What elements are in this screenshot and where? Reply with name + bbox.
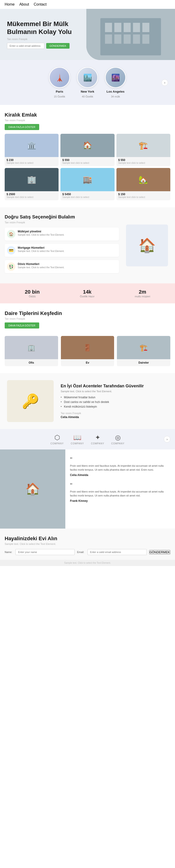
nav-link-contact[interactable]: Contact [34, 2, 47, 6]
city-item-newyork: 🏙️ New York 40 Özellik [77, 67, 98, 98]
service-title-1: Mortgage Hizmetleri [18, 246, 65, 249]
logo-label-2: COMPANY [91, 442, 104, 445]
property-price-4: $ 5450 [62, 193, 112, 196]
property-sample-4: Sample text click to select [62, 196, 112, 198]
hand-house-image: 🏠 [126, 224, 168, 267]
hero-send-button[interactable]: GÖNDERMEK [46, 43, 70, 49]
property-card-2[interactable]: 🏗️ $ 550 Sample text click to select [117, 134, 170, 166]
quote-mark-1: " [70, 482, 170, 489]
testimonial-name-0: Celia Almeida [70, 473, 170, 477]
svg-rect-7 [105, 34, 112, 44]
property-card-0[interactable]: 🏛️ $ 230 Sample text click to select [5, 134, 58, 166]
service-title-0: Mülkiyet yönetimi [18, 230, 65, 233]
hero-email-row: GÖNDERMEK [7, 43, 82, 49]
service-icon-1: 💳 [7, 246, 16, 254]
property-price-1: $ 550 [62, 158, 112, 162]
property-info-5: $ 150 Sample text click to select [117, 191, 170, 200]
cities-next-arrow[interactable]: › [161, 79, 168, 86]
apt-card-apartments[interactable]: 🏗️ Daireler [117, 336, 170, 366]
property-sample-5: Sample text click to select [118, 196, 169, 198]
logo-label-0: COMPANY [50, 442, 64, 445]
stat-label-properties: Özellik Hazır [80, 295, 95, 298]
rental-title: Kiralık Emlak [5, 112, 170, 118]
property-card-5[interactable]: 🏡 $ 150 Sample text click to select [117, 168, 170, 200]
stat-label-awards: Ödülü [25, 295, 40, 298]
dream-email-input[interactable] [88, 549, 147, 555]
city-image-losangeles: 🌆 [106, 68, 125, 87]
apt-image-home: 🚪 [61, 336, 114, 359]
apt-card-office[interactable]: 🏢 Ofis [5, 336, 58, 366]
hero-content: Mükemmel Bir Mülk Bulmanın Kolay Yolu Ta… [7, 20, 82, 49]
service-text-0: Mülkiyet yönetimi Sample text. Click to … [18, 230, 65, 236]
agents-content: En İyi Özel Acenteler Tarafından Güvenil… [61, 384, 170, 419]
property-info-4: $ 5450 Sample text click to select [60, 191, 114, 200]
apt-label-home: Ev [61, 359, 114, 366]
testimonial-0: " Proin sed libero enim sed faucibus tur… [70, 457, 170, 477]
dream-send-button[interactable]: GÖNDERMEK [149, 550, 170, 554]
property-sample-0: Sample text click to select [6, 162, 57, 164]
logo-label-3: COMPANY [111, 442, 125, 445]
svg-rect-2 [105, 23, 112, 32]
svg-rect-6 [142, 23, 149, 32]
agents-list: Mükemmel fırsatlar bulun Dost canlısı ev… [61, 395, 170, 409]
property-card-3[interactable]: 🏢 $ 2500 Sample text click to select [5, 168, 58, 200]
city-name-paris: Paris [56, 90, 63, 93]
agents-image-area: 🔑 [5, 380, 56, 422]
svg-rect-11 [142, 34, 149, 44]
nav-link-about[interactable]: About [19, 2, 29, 6]
svg-rect-4 [124, 23, 131, 32]
rental-section: Kiralık Emlak Tan resim Freepik DAHA FAZ… [0, 105, 175, 207]
property-image-5: 🏡 [117, 168, 170, 191]
city-item-losangeles: 🌆 Los Angeles 34 mülk [105, 67, 126, 98]
apt-image-office: 🏢 [5, 336, 58, 359]
logo-item-0: ⬡ COMPANY [50, 434, 64, 445]
agents-list-item-2: Kendi mülkünüzü listeleyin [61, 404, 170, 409]
city-count-paris: 15 Özellik [54, 95, 65, 98]
cities-section: 🗼 Paris 15 Özellik 🏙️ New York 40 Özelli… [0, 60, 175, 105]
sales-section: Doğru Satış Seçeneğini Bulalım Tan resim… [0, 207, 175, 283]
property-card-4[interactable]: 🏬 $ 5450 Sample text click to select [60, 168, 114, 200]
cities-row: 🗼 Paris 15 Özellik 🏙️ New York 40 Özelli… [5, 67, 170, 98]
keys-image: 🔑 [7, 380, 54, 422]
logos-next-arrow[interactable]: › [164, 436, 170, 442]
stat-clients: 2m mutlu müşteri [135, 289, 150, 298]
testimonial-name-1: Frank Kinney [70, 499, 170, 502]
service-desc-1: Sample text. Click to select the Text El… [18, 250, 65, 252]
hero-title: Mükemmel Bir Mülk Bulmanın Kolay Yolu [7, 20, 82, 36]
property-image-1: 🏠 [60, 134, 114, 157]
apartment-types-more-button[interactable]: DAHA FAZLA GÖSTER [5, 322, 39, 329]
stats-section: 20 bin Ödülü 14k Özellik Hazır 2m mutlu … [0, 283, 175, 303]
apartment-types-title: Daire Tiplerini Keşfedin [5, 310, 170, 316]
property-info-0: $ 230 Sample text click to select [5, 157, 58, 166]
logo-icon-3: ◎ [115, 434, 121, 441]
city-name-newyork: New York [81, 90, 94, 93]
hero-email-input[interactable] [7, 43, 44, 49]
testimonials-section: 🏠 " Proin sed libero enim sed faucibus t… [0, 450, 175, 529]
property-card-1[interactable]: 🏠 $ 550 Sample text click to select [60, 134, 114, 166]
sales-sample: Tan resim Freepik [5, 221, 119, 224]
city-name-losangeles: Los Angeles [107, 90, 125, 93]
stat-value-properties: 14k [80, 289, 95, 295]
service-item-1: 💳 Mortgage Hizmetleri Sample text. Click… [5, 244, 119, 257]
stat-awards: 20 bin Ödülü [25, 289, 40, 298]
property-image-4: 🏬 [60, 168, 114, 191]
dream-name-input[interactable] [16, 549, 75, 555]
city-circle-paris: 🗼 [49, 67, 70, 88]
quote-mark-0: " [70, 457, 170, 463]
svg-rect-8 [114, 34, 121, 44]
svg-rect-5 [133, 23, 140, 32]
property-price-5: $ 150 [118, 193, 169, 196]
city-image-newyork: 🏙️ [78, 68, 97, 87]
svg-rect-10 [133, 34, 140, 44]
service-item-2: 💱 Döviz Hizmetleri Sample text. Click to… [5, 260, 119, 273]
testimonials-house-image: 🏠 [0, 450, 65, 529]
nav-link-home[interactable]: Home [5, 2, 15, 6]
navbar: Home About Contact [0, 0, 175, 9]
agents-sample: Sample text. Click to select the Text El… [61, 390, 170, 393]
apt-card-home[interactable]: 🚪 Ev [61, 336, 114, 366]
hero-section: Mükemmel Bir Mülk Bulmanın Kolay Yolu Ta… [0, 9, 175, 60]
sales-left: Doğru Satış Seçeneğini Bulalım Tan resim… [5, 214, 119, 276]
city-image-paris: 🗼 [50, 68, 69, 87]
svg-rect-9 [124, 34, 131, 44]
rental-more-button[interactable]: DAHA FAZLA GÖSTER [5, 124, 39, 130]
